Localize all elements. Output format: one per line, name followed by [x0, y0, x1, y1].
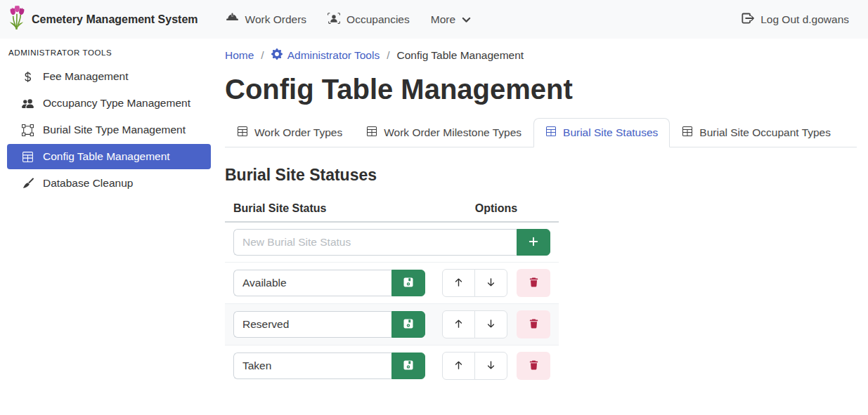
arrow-up-icon: [453, 360, 464, 373]
save-icon: [403, 360, 414, 373]
nav-work-orders-label: Work Orders: [245, 13, 307, 26]
move-up-button[interactable]: [442, 269, 475, 297]
plus-icon: [528, 236, 539, 249]
tab-work-order-types[interactable]: Work Order Types: [225, 118, 354, 147]
breadcrumb-home-label: Home: [225, 49, 254, 62]
sidebar-item-label: Database Cleanup: [43, 177, 133, 190]
sidebar-item-label: Occupancy Type Management: [43, 97, 190, 110]
save-button[interactable]: [391, 270, 425, 296]
tab-label: Work Order Milestone Types: [384, 126, 522, 139]
sidebar-item-label: Fee Management: [43, 70, 129, 83]
sidebar-heading: ADMINISTRATOR TOOLS: [7, 44, 211, 64]
reorder-group: [442, 352, 507, 380]
section-title: Burial Site Statuses: [225, 166, 857, 185]
sidebar-item-label: Burial Site Type Management: [43, 124, 186, 136]
sidebar-item-burial-site-type-management[interactable]: Burial Site Type Management: [7, 117, 211, 143]
breadcrumb-separator: /: [387, 49, 389, 62]
arrow-down-icon: [486, 318, 496, 331]
breadcrumb-administrator-tools[interactable]: Administrator Tools: [271, 48, 380, 62]
move-down-button[interactable]: [474, 269, 507, 297]
tab-label: Work Order Types: [254, 126, 342, 139]
burial-site-status-table: Burial Site Status Options: [225, 196, 559, 386]
column-header-options: Options: [434, 196, 559, 222]
tab-burial-site-statuses[interactable]: Burial Site Statuses: [533, 118, 670, 147]
bounding-box-icon: [21, 124, 34, 136]
sidebar-item-config-table-management[interactable]: Config Table Management: [7, 144, 211, 169]
app-title: Cemetery Management System: [32, 13, 198, 26]
move-down-button[interactable]: [474, 310, 507, 338]
breadcrumb-home[interactable]: Home: [225, 49, 254, 62]
table-header-row: Burial Site Status Options: [225, 196, 559, 222]
page-title: Config Table Management: [225, 74, 857, 105]
tulip-logo-icon: [7, 6, 26, 34]
arrow-up-icon: [453, 318, 464, 331]
table-icon: [366, 126, 377, 140]
logout-link[interactable]: Log Out d.gowans: [734, 6, 857, 33]
nav-occupancies-label: Occupancies: [346, 13, 410, 26]
column-header-burial-site-status: Burial Site Status: [225, 196, 434, 222]
nav-work-orders[interactable]: Work Orders: [218, 6, 315, 32]
delete-button[interactable]: [517, 269, 550, 297]
move-down-button[interactable]: [474, 352, 507, 380]
delete-button[interactable]: [517, 352, 550, 380]
new-status-input[interactable]: [233, 229, 517, 256]
logout-label: Log Out d.gowans: [760, 13, 849, 26]
chevron-down-icon: [462, 13, 471, 26]
person-bounding-box-icon: [328, 12, 340, 27]
reorder-group: [442, 269, 507, 297]
table-icon: [545, 126, 557, 140]
save-button[interactable]: [391, 311, 425, 338]
sidebar-item-label: Config Table Management: [43, 150, 170, 163]
new-status-row: [225, 222, 559, 263]
box-arrow-right-icon: [741, 12, 754, 27]
people-icon: [21, 98, 34, 110]
main-content: Home / Administrator Tools / Config Tabl…: [218, 39, 868, 386]
status-row-reserved: [225, 304, 559, 345]
nav-occupancies[interactable]: Occupancies: [320, 6, 417, 33]
top-navbar: Cemetery Management System Work Orders: [0, 0, 868, 39]
arrow-up-icon: [453, 277, 464, 290]
status-input[interactable]: [233, 270, 391, 296]
hard-hat-icon: [226, 12, 239, 27]
breadcrumb-admin-tools-label: Administrator Tools: [287, 49, 380, 62]
app-brand[interactable]: Cemetery Management System: [7, 6, 198, 34]
breadcrumb-current: Config Table Management: [397, 49, 524, 62]
table-icon: [21, 151, 34, 163]
tab-work-order-milestone-types[interactable]: Work Order Milestone Types: [354, 118, 533, 147]
tab-burial-site-occupant-types[interactable]: Burial Site Occupant Types: [670, 118, 843, 147]
broom-icon: [21, 178, 34, 190]
main-nav: Work Orders Occupancies More: [218, 6, 479, 33]
sidebar-item-occupancy-type-management[interactable]: Occupancy Type Management: [7, 91, 211, 116]
delete-button[interactable]: [517, 310, 550, 338]
status-row-available: [225, 263, 559, 304]
status-row-taken: [225, 345, 559, 387]
status-input[interactable]: [233, 311, 391, 338]
arrow-down-icon: [486, 277, 496, 290]
save-icon: [403, 318, 414, 331]
table-icon: [237, 126, 248, 140]
tab-bar: Work Order Types Work Order Milestone Ty…: [225, 118, 857, 147]
arrow-down-icon: [486, 360, 496, 373]
gear-icon: [271, 48, 283, 62]
dollar-icon: [21, 71, 34, 83]
table-icon: [682, 126, 693, 140]
move-up-button[interactable]: [442, 310, 475, 338]
trash-icon: [529, 277, 539, 290]
breadcrumb-separator: /: [261, 49, 264, 62]
move-up-button[interactable]: [442, 352, 475, 380]
trash-icon: [529, 318, 539, 331]
sidebar-item-fee-management[interactable]: Fee Management: [7, 64, 211, 89]
breadcrumb: Home / Administrator Tools / Config Tabl…: [225, 46, 857, 62]
sidebar: ADMINISTRATOR TOOLS Fee Management Occup…: [0, 39, 218, 197]
save-icon: [403, 277, 414, 290]
add-status-button[interactable]: [517, 229, 550, 256]
reorder-group: [442, 310, 507, 338]
nav-more-label: More: [431, 13, 455, 26]
trash-icon: [529, 360, 539, 373]
tab-label: Burial Site Statuses: [563, 126, 658, 139]
save-button[interactable]: [391, 353, 425, 379]
nav-more[interactable]: More: [423, 8, 479, 32]
sidebar-item-database-cleanup[interactable]: Database Cleanup: [7, 171, 211, 196]
tab-label: Burial Site Occupant Types: [699, 126, 831, 139]
status-input[interactable]: [233, 353, 391, 379]
